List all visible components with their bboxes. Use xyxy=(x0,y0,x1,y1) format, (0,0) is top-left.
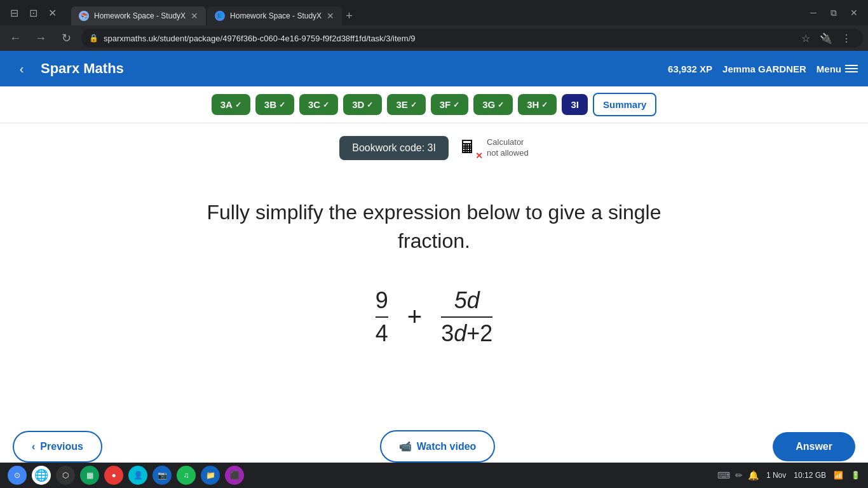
fraction-1-denominator: 4 xyxy=(376,318,388,347)
address-text: sparxmaths.uk/student/package/4976f36b-c… xyxy=(104,34,792,43)
taskbar-battery-icon: 🔋 xyxy=(851,471,860,480)
tab-3i-label: 3I xyxy=(571,99,579,110)
taskbar-camera-icon[interactable]: 📷 xyxy=(153,466,172,485)
maximize-btn[interactable]: ⊡ xyxy=(24,4,42,22)
tab-3a-label: 3A xyxy=(220,99,233,110)
taskbar-time: 10:12 GB xyxy=(794,471,826,480)
tab-3c-label: 3C xyxy=(308,99,320,110)
calculator-icon: 🖩 xyxy=(459,137,477,157)
tab-3i[interactable]: 3I xyxy=(562,94,588,115)
taskbar-stylus-icon: ✏ xyxy=(735,470,743,480)
taskbar-wifi-icon: 📶 xyxy=(834,471,843,480)
more-options-icon[interactable]: ⋮ xyxy=(837,29,855,47)
calculator-line1: Calculator xyxy=(487,137,529,148)
calculator-line2: not allowed xyxy=(487,148,529,159)
tab-3d[interactable]: 3D ✓ xyxy=(343,94,382,115)
taskbar-chrome-icon[interactable]: 🌐 xyxy=(32,466,51,485)
plus-operator: + xyxy=(407,302,422,331)
app-title: Sparx Maths xyxy=(41,60,124,77)
menu-button[interactable]: Menu xyxy=(817,64,858,74)
taskbar-notifications-icon: 🔔 xyxy=(748,470,759,480)
tab-3e-check-icon: ✓ xyxy=(410,100,417,109)
back-nav-button[interactable]: ← xyxy=(5,28,25,48)
tab-3c-check-icon: ✓ xyxy=(323,100,329,109)
forward-nav-button[interactable]: → xyxy=(31,28,51,48)
address-action-icons: ☆ 🔌 ⋮ xyxy=(797,29,855,47)
tab-title-inactive: Homework Space - StudyX xyxy=(94,11,186,20)
tab-close-active-icon[interactable]: ✕ xyxy=(327,11,334,21)
win-restore-icon[interactable]: ⧉ xyxy=(825,4,843,22)
close-btn[interactable]: ✕ xyxy=(43,4,61,22)
browser-chrome: ⊟ ⊡ ✕ 📚 Homework Space - StudyX ✕ 📘 Home… xyxy=(0,0,868,25)
frac2-den-3d: 3d+2 xyxy=(441,320,492,346)
bookwork-row: Bookwork code: 3I 🖩 ✕ Calculator not all… xyxy=(339,136,528,160)
video-camera-icon: 📹 xyxy=(399,440,412,452)
fraction-2-numerator: 5d xyxy=(454,287,480,316)
taskbar-launcher-icon[interactable]: ⊙ xyxy=(8,466,27,485)
fraction-2-denominator: 3d+2 xyxy=(441,318,492,347)
app-back-button[interactable]: ‹ xyxy=(10,57,33,80)
calculator-x-icon: ✕ xyxy=(475,151,483,161)
tab-3h[interactable]: 3H ✓ xyxy=(518,94,557,115)
prev-chevron-icon: ‹ xyxy=(32,441,35,452)
calculator-text: Calculator not allowed xyxy=(487,137,529,159)
tab-close-icon[interactable]: ✕ xyxy=(191,11,198,21)
fraction-1-numerator: 9 xyxy=(376,287,388,316)
frac2-num-d: d xyxy=(467,287,480,313)
tab-3e[interactable]: 3E ✓ xyxy=(387,94,425,115)
taskbar-app4-icon[interactable]: ● xyxy=(104,466,123,485)
tab-summary-label: Summary xyxy=(603,99,646,110)
taskbar-sys-icons: ⌨ ✏ 🔔 xyxy=(717,470,759,480)
tab-3g[interactable]: 3G ✓ xyxy=(473,94,513,115)
tab-3h-label: 3H xyxy=(527,99,539,110)
xp-display: 63,932 XP xyxy=(668,64,712,74)
taskbar-date: 1 Nov xyxy=(766,471,786,480)
reload-button[interactable]: ↻ xyxy=(56,28,76,48)
hamburger-icon xyxy=(845,65,858,72)
previous-label: Previous xyxy=(40,441,83,452)
bottom-nav: ‹ Previous 📹 Watch video Answer xyxy=(0,430,868,463)
tabs-bar: 3A ✓ 3B ✓ 3C ✓ 3D ✓ 3E ✓ 3F ✓ 3G ✓ 3H ✓ … xyxy=(0,86,868,123)
extension-icon[interactable]: 🔌 xyxy=(817,29,835,47)
fraction-1: 9 4 xyxy=(376,287,388,347)
tab-favicon-active: 📘 xyxy=(215,11,225,21)
previous-button[interactable]: ‹ Previous xyxy=(13,431,102,463)
main-content: Bookwork code: 3I 🖩 ✕ Calculator not all… xyxy=(0,123,868,379)
math-expression: 9 4 + 5d 3d+2 xyxy=(376,287,493,347)
frac2-num-5: 5 xyxy=(454,287,467,313)
question-text: Fully simplify the expression below to g… xyxy=(173,198,695,255)
taskbar-left: ⊙ 🌐 ⬡ ▦ ● 👤 📷 ♫ 📁 ⬛ xyxy=(8,466,244,485)
tab-3c[interactable]: 3C ✓ xyxy=(299,94,338,115)
taskbar-meet-icon[interactable]: 👤 xyxy=(128,466,147,485)
win-minimize-icon[interactable]: ─ xyxy=(804,4,822,22)
answer-label: Answer xyxy=(796,441,832,452)
taskbar-keyboard-icon: ⌨ xyxy=(717,470,730,480)
bookmark-icon[interactable]: ☆ xyxy=(797,29,815,47)
tab-3g-label: 3G xyxy=(482,99,495,110)
tab-summary[interactable]: Summary xyxy=(593,93,656,116)
address-input[interactable]: 🔒 sparxmaths.uk/student/package/4976f36b… xyxy=(81,29,863,48)
taskbar-sheets-icon[interactable]: ▦ xyxy=(80,466,99,485)
taskbar-app9-icon[interactable]: ⬛ xyxy=(225,466,244,485)
taskbar-spotify-icon[interactable]: ♫ xyxy=(177,466,196,485)
answer-button[interactable]: Answer xyxy=(773,432,855,461)
browser-tab-active[interactable]: 📘 Homework Space - StudyX ✕ xyxy=(207,6,342,25)
tab-3f[interactable]: 3F ✓ xyxy=(431,94,469,115)
win-close-icon[interactable]: ✕ xyxy=(845,4,863,22)
question-area: Fully simplify the expression below to g… xyxy=(13,179,855,366)
taskbar-files-icon[interactable]: 📁 xyxy=(201,466,220,485)
tab-3b[interactable]: 3B ✓ xyxy=(255,94,294,115)
browser-tab-inactive[interactable]: 📚 Homework Space - StudyX ✕ xyxy=(71,6,206,25)
watch-video-label: Watch video xyxy=(417,441,477,452)
lock-icon: 🔒 xyxy=(89,34,98,43)
tab-3h-check-icon: ✓ xyxy=(541,100,548,109)
new-tab-button[interactable]: + xyxy=(343,7,355,25)
tab-3a[interactable]: 3A ✓ xyxy=(212,94,250,115)
watch-video-button[interactable]: 📹 Watch video xyxy=(380,430,496,463)
menu-label: Menu xyxy=(817,64,841,74)
taskbar-codepen-icon[interactable]: ⬡ xyxy=(56,466,75,485)
header-left: ‹ Sparx Maths xyxy=(10,57,124,80)
taskbar: ⊙ 🌐 ⬡ ▦ ● 👤 📷 ♫ 📁 ⬛ ⌨ ✏ 🔔 1 Nov 10:12 GB… xyxy=(0,463,868,488)
window-controls: ─ ⧉ ✕ xyxy=(804,4,863,22)
minimize-btn[interactable]: ⊟ xyxy=(5,4,23,22)
